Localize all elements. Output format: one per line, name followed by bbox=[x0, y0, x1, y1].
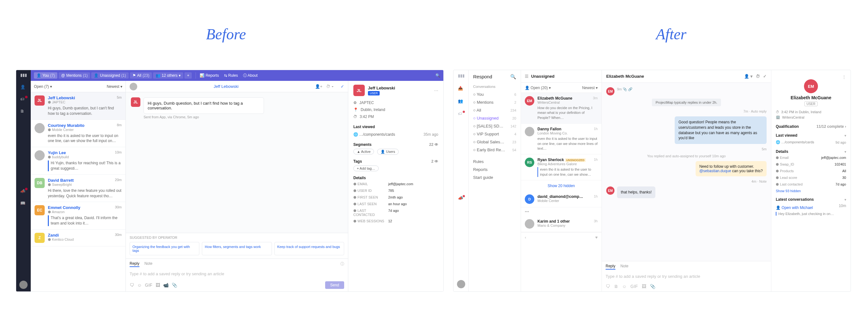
search-icon[interactable]: 🔍 bbox=[510, 74, 516, 80]
inbox-item[interactable]: Danny Fallon 1h London Moving Co. even t… bbox=[521, 124, 601, 154]
saved-reply-icon[interactable]: 🗨 bbox=[606, 284, 610, 289]
inbox-item[interactable]: Z Zandi30m ⬢ Kentico Cloud bbox=[31, 230, 125, 247]
inbox-item[interactable]: Karim and 1 other 3h Mario & Company bbox=[521, 216, 601, 232]
more-icon[interactable]: ⋯ bbox=[434, 88, 438, 93]
tab-you[interactable]: 👤 You (7) bbox=[34, 72, 57, 79]
inbox-sort[interactable]: Newest ▾ bbox=[107, 84, 122, 89]
user-sidebar: ⋮ EM Elizabeth McGuane USER ⏱ 3:42 PM in… bbox=[771, 70, 850, 291]
info-icon[interactable]: ⓘ bbox=[340, 261, 344, 267]
emoji-icon[interactable]: ☺ bbox=[622, 284, 626, 289]
nav-link-rules[interactable]: Rules bbox=[473, 158, 516, 166]
book-icon[interactable]: 📖 bbox=[20, 201, 27, 207]
close-conv-icon[interactable]: ✓ bbox=[763, 74, 767, 79]
menu-icon[interactable]: ☰ bbox=[525, 74, 529, 79]
nav-reports[interactable]: 📊 Reports bbox=[200, 73, 219, 78]
add-button[interactable]: + bbox=[184, 72, 192, 79]
message-bubble: Hi guys, Dumb question, but I can't find… bbox=[144, 97, 264, 114]
nav-row[interactable]: ○ [SALES] SD…142 bbox=[473, 122, 516, 130]
message-avatar: JL bbox=[131, 97, 141, 107]
show-hidden-link[interactable]: Show 93 hidden bbox=[776, 189, 846, 193]
compose-input[interactable]: Type # to add a saved reply or try sendi… bbox=[130, 269, 344, 281]
user-avatar-large: JL bbox=[353, 85, 365, 96]
logo-icon[interactable]: ▮▮▮ bbox=[458, 73, 464, 80]
people-icon[interactable]: 👥 bbox=[458, 98, 464, 105]
nav-rules[interactable]: ⇆ Rules bbox=[224, 73, 238, 78]
tab-all[interactable]: ⚑ All (23) bbox=[130, 72, 152, 79]
article-icon[interactable]: 🗎 bbox=[614, 284, 618, 289]
attachment-icon[interactable]: 📎 bbox=[172, 283, 177, 288]
show-hidden-link[interactable]: Show 20 hidden bbox=[521, 180, 601, 191]
qualification-row[interactable]: Qualification11/12 complete › bbox=[776, 124, 846, 129]
saved-reply-icon[interactable]: 🗨 bbox=[130, 283, 134, 288]
suggestion-card[interactable]: Keep track of support requests and bugs bbox=[274, 242, 344, 255]
inbox-item[interactable]: JL Jeff Lebowski5m ⬢ JAPTEC Hi guys, Dum… bbox=[31, 92, 125, 120]
assign-icon[interactable]: 👤+ bbox=[315, 84, 322, 89]
tab-mentions[interactable]: @ Mentions (1) bbox=[59, 72, 90, 79]
image-icon[interactable]: 🖼 bbox=[642, 284, 646, 289]
snooze-icon[interactable]: ⏱ ▾ bbox=[326, 84, 334, 89]
assign-dropdown[interactable]: 👤 ▾ bbox=[744, 74, 753, 79]
inbox-item[interactable]: EM Elizabeth McGuane 3m WritersCentral H… bbox=[521, 93, 601, 124]
compose-tab-reply[interactable]: Reply bbox=[130, 261, 140, 267]
megaphone-icon[interactable]: 📣 bbox=[20, 189, 27, 195]
compose-tab-note[interactable]: Note bbox=[620, 264, 628, 269]
tab-unassigned[interactable]: 👤 Unassigned (1) bbox=[91, 72, 128, 79]
inbox-sort[interactable]: Newest ▾ bbox=[582, 86, 598, 90]
close-panel-icon[interactable]: ‹ bbox=[525, 235, 526, 240]
video-icon[interactable]: 📹 bbox=[163, 283, 168, 288]
latest-conversations-title[interactable]: Latest conversations bbox=[776, 197, 846, 202]
logo-icon[interactable]: ▮▮▮ bbox=[20, 73, 27, 79]
gif-icon[interactable]: GIF bbox=[145, 283, 152, 288]
nav-panel: Respond🔍 Conversations ○ You6○ Mentions2… bbox=[469, 70, 521, 291]
image-icon[interactable]: 🖼 bbox=[156, 283, 160, 288]
details-title[interactable]: Details bbox=[776, 149, 846, 154]
inbox-item[interactable]: EC Emmet Connolly30m ⬢ Amazon That's a g… bbox=[31, 202, 125, 230]
inbox-item[interactable]: D david_diamond@comp… 1h Mobile Center bbox=[521, 191, 601, 207]
inbox-icon[interactable]: 📥 bbox=[458, 86, 464, 92]
add-tag-button[interactable]: + Add tag… bbox=[353, 166, 379, 171]
nav-about[interactable]: ⓘ About bbox=[243, 73, 258, 78]
segment-chip[interactable]: 👤 Users bbox=[377, 149, 399, 155]
nav-row[interactable]: ○ You6 bbox=[473, 90, 516, 98]
inbox-filter[interactable]: 👤 Open (20) ▾ bbox=[525, 86, 551, 90]
mention[interactable]: @sebastian.duque bbox=[700, 169, 731, 173]
tag-icon[interactable]: 🏷 bbox=[20, 97, 27, 103]
search-icon[interactable]: 🔍 bbox=[435, 73, 440, 78]
user-icon[interactable]: 👤 bbox=[20, 85, 27, 91]
suggestion-card[interactable]: How filters, segments and tags work bbox=[202, 242, 272, 255]
inbox-item[interactable]: RS Ryan Sherlock UNSNOOZED1h Biking Adve… bbox=[521, 154, 601, 180]
document-icon[interactable]: 🗎 bbox=[20, 109, 27, 115]
inbox-item[interactable]: Courtney Murabito8m ⬢ Mobile Center even… bbox=[31, 120, 125, 147]
attachment-icon[interactable]: 📎 bbox=[650, 284, 655, 289]
last-viewed-title[interactable]: Last viewed bbox=[776, 133, 846, 138]
emoji-icon[interactable]: ☺ bbox=[137, 283, 142, 288]
user-avatar[interactable] bbox=[19, 281, 28, 289]
close-conv-icon[interactable]: ✓ bbox=[341, 84, 344, 89]
gif-icon[interactable]: GIF bbox=[630, 284, 638, 289]
nav-link-start-guide[interactable]: Start guide bbox=[473, 173, 516, 181]
nav-row[interactable]: ○ VIP Support4 bbox=[473, 130, 516, 138]
compose-input[interactable]: Type # to add a saved reply or try sendi… bbox=[606, 272, 767, 284]
heart-icon[interactable]: ♥ bbox=[595, 235, 598, 240]
nav-row[interactable]: ○ Global Sales…23 bbox=[473, 138, 516, 146]
latest-conversation-link[interactable]: 👤 Open with Michael bbox=[776, 204, 813, 212]
nav-row[interactable]: ○ Early Bird Re…54 bbox=[473, 146, 516, 154]
nav-row[interactable]: ○ Unassigned20 bbox=[473, 114, 516, 122]
more-icon[interactable]: ⋮ bbox=[776, 75, 846, 79]
segment-chip[interactable]: ▲ Active bbox=[353, 149, 374, 154]
inbox-item[interactable]: DB David Barrett20m ⬢ SweepBright Hi the… bbox=[31, 175, 125, 202]
snooze-icon[interactable]: ⏱ bbox=[756, 74, 760, 79]
compose-tab-reply[interactable]: Reply bbox=[606, 264, 615, 269]
nav-row[interactable]: ○ Mentions2 bbox=[473, 98, 516, 106]
compose-tab-note[interactable]: Note bbox=[145, 261, 152, 267]
nav-link-reports[interactable]: Reports bbox=[473, 166, 516, 173]
tag-icon[interactable]: 🏷 bbox=[458, 111, 464, 118]
suggestion-card[interactable]: Organizing the feedback you get with tag… bbox=[130, 242, 199, 255]
tab-others[interactable]: 👥 12 others ▾ bbox=[153, 72, 183, 79]
send-button[interactable]: Send bbox=[325, 281, 344, 289]
nav-row[interactable]: ○ All234 bbox=[473, 106, 516, 114]
megaphone-icon[interactable]: 📣 bbox=[458, 196, 464, 202]
user-avatar[interactable] bbox=[457, 280, 465, 288]
inbox-filter[interactable]: Open (7) ▾ bbox=[34, 84, 52, 89]
inbox-item[interactable]: Yujin Lee10m ⬢ buddybuild Hi Yujin, than… bbox=[31, 147, 125, 175]
